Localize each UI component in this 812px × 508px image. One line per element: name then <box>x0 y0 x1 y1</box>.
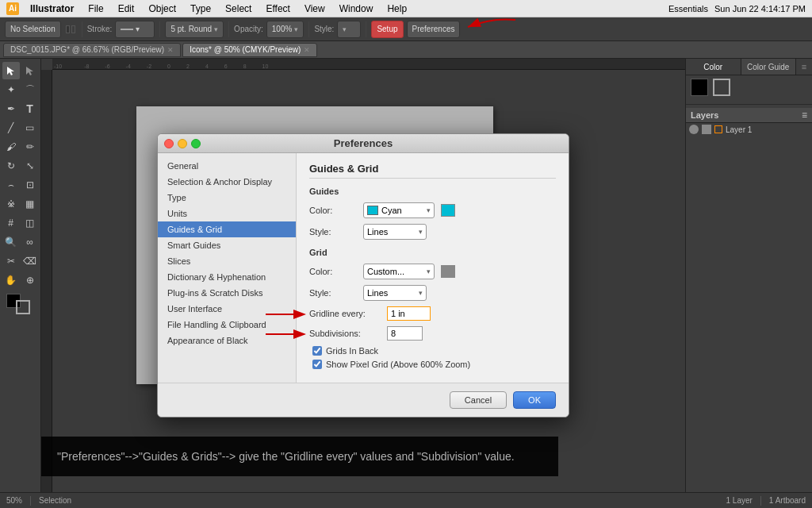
menu-type[interactable]: Type <box>184 2 217 16</box>
guides-style-select[interactable]: Lines ▾ <box>363 224 427 240</box>
menu-window[interactable]: Window <box>333 2 380 16</box>
show-pixel-grid-row: Show Pixel Grid (Above 600% Zoom) <box>309 360 556 369</box>
zoom-tool[interactable]: ⊕ <box>21 271 39 289</box>
dialog-title: Preferences <box>334 137 393 149</box>
subdivisions-input[interactable] <box>387 326 423 341</box>
eraser-tool[interactable]: ⌫ <box>21 252 39 270</box>
rotate-tool[interactable]: ↻ <box>2 157 20 175</box>
guides-color-swatch[interactable] <box>441 204 455 217</box>
workspace-name[interactable]: Essentials <box>668 4 708 13</box>
menu-file[interactable]: File <box>82 2 109 16</box>
grid-color-swatch[interactable] <box>441 265 455 278</box>
dialog-footer: Cancel OK <box>158 383 569 417</box>
color-guide-tab[interactable]: Color Guide <box>741 59 797 75</box>
pencil-tool[interactable]: ✏ <box>21 138 39 156</box>
stroke-selector[interactable]: ▾ <box>115 21 155 38</box>
prefs-item-guides-grid[interactable]: Guides & Grid <box>158 221 296 237</box>
gridline-input[interactable] <box>387 306 431 321</box>
prefs-item-smart-guides[interactable]: Smart Guides <box>158 237 296 253</box>
prefs-item-file-handling[interactable]: File Handling & Clipboard <box>158 317 296 333</box>
magic-wand-tool[interactable]: ✦ <box>2 81 20 98</box>
prefs-item-dictionary[interactable]: Dictionary & Hyphenation <box>158 269 296 285</box>
preferences-dialog: Preferences General Selection & Anchor D… <box>157 133 569 418</box>
layers-menu[interactable]: ≡ <box>802 110 807 121</box>
fill-color[interactable] <box>691 79 708 96</box>
tab-icons[interactable]: Icons* @ 50% (CMYK/Preview) ✕ <box>182 43 317 57</box>
tools-panel: ✦ ⌒ ✒ T ╱ ▭ 🖌 ✏ ↻ ⤡ ⌢ ⊡ ※ ▦ # ◫ <box>0 59 41 492</box>
pt-round-selector[interactable]: 5 pt. Round ▾ <box>165 21 224 38</box>
column-graph-tool[interactable]: ▦ <box>21 195 39 213</box>
warp-tool[interactable]: ⌢ <box>2 176 20 194</box>
type-tool[interactable]: T <box>21 100 39 117</box>
pen-tool[interactable]: ✒ <box>2 100 20 117</box>
opacity-selector[interactable]: 100% ▾ <box>266 21 304 38</box>
setup-button[interactable]: Setup <box>371 21 403 38</box>
grid-color-row: Color: Custom... ▾ <box>309 264 556 279</box>
menu-object[interactable]: Object <box>142 2 182 16</box>
symbol-tool[interactable]: ※ <box>2 195 20 213</box>
svg-marker-2 <box>26 67 33 75</box>
blend-tool[interactable]: ∞ <box>21 233 39 251</box>
line-tool[interactable]: ╱ <box>2 119 20 137</box>
scale-tool[interactable]: ⤡ <box>21 157 39 175</box>
preferences-sidebar: General Selection & Anchor Display Type … <box>158 153 297 383</box>
prefs-item-general[interactable]: General <box>158 158 296 174</box>
rect-tool[interactable]: ▭ <box>21 119 39 137</box>
minimize-button[interactable] <box>178 139 187 148</box>
hand-tool[interactable]: ✋ <box>2 271 20 289</box>
menu-edit[interactable]: Edit <box>112 2 141 16</box>
menu-effect[interactable]: Effect <box>259 2 296 16</box>
prefs-item-plugins[interactable]: Plug-ins & Scratch Disks <box>158 285 296 301</box>
grid-heading: Grid <box>309 248 556 257</box>
close-tab-dsc[interactable]: ✕ <box>167 46 174 54</box>
grid-color-select[interactable]: Custom... ▾ <box>363 264 435 279</box>
menubar-right: Essentials Sun Jun 22 4:14:17 PM <box>668 4 806 13</box>
scissors-tool[interactable]: ✂ <box>2 252 20 270</box>
prefs-item-slices[interactable]: Slices <box>158 253 296 269</box>
menu-view[interactable]: View <box>298 2 331 16</box>
status-bar: 50% Selection 1 Layer 1 Artboard <box>0 492 812 508</box>
close-tab-icons[interactable]: ✕ <box>304 46 310 54</box>
tab-dsc[interactable]: DSC_0015.JPG* @ 66.67% (RGB/Preview) ✕ <box>3 43 181 57</box>
lasso-tool[interactable]: ⌒ <box>21 81 39 98</box>
menu-select[interactable]: Select <box>219 2 258 16</box>
grids-in-back-checkbox[interactable] <box>312 346 322 356</box>
layer-color-indicator <box>714 125 722 133</box>
mesh-tool[interactable]: # <box>2 214 20 232</box>
layer-lock[interactable] <box>702 125 711 134</box>
panel-menu-icon[interactable]: ≡ <box>796 59 812 75</box>
free-transform-tool[interactable]: ⊡ <box>21 176 39 194</box>
prefs-item-units[interactable]: Units <box>158 206 296 221</box>
guides-style-row: Style: Lines ▾ <box>309 224 556 240</box>
main-toolbar: No Selection Stroke: ▾ 5 pt. Round ▾ Opa… <box>0 17 812 41</box>
traffic-lights <box>164 139 201 148</box>
prefs-item-appearance[interactable]: Appearance of Black <box>158 333 296 348</box>
grid-style-label: Style: <box>309 288 357 298</box>
stroke-color[interactable] <box>713 79 730 96</box>
prefs-item-user-interface[interactable]: User Interface <box>158 301 296 317</box>
stroke-swatch[interactable] <box>16 300 30 314</box>
eyedropper-tool[interactable]: 🔍 <box>2 233 20 251</box>
layer-visibility[interactable] <box>689 125 699 134</box>
ok-button[interactable]: OK <box>513 391 556 409</box>
prefs-item-selection[interactable]: Selection & Anchor Display <box>158 174 296 190</box>
menu-help[interactable]: Help <box>381 2 413 16</box>
gridline-row: Gridline every: <box>309 306 556 321</box>
menu-illustrator[interactable]: Illustrator <box>24 2 80 16</box>
preferences-button[interactable]: Preferences <box>407 21 461 38</box>
main-area: ✦ ⌒ ✒ T ╱ ▭ 🖌 ✏ ↻ ⤡ ⌢ ⊡ ※ ▦ # ◫ <box>0 59 812 492</box>
brush-tool[interactable]: 🖌 <box>2 138 20 156</box>
color-tab[interactable]: Color <box>686 59 741 75</box>
layer-row[interactable]: Layer 1 <box>686 123 812 136</box>
close-button[interactable] <box>164 139 174 148</box>
gradient-tool[interactable]: ◫ <box>21 214 39 232</box>
guides-color-select[interactable]: Cyan ▾ <box>363 202 435 218</box>
style-selector[interactable]: ▾ <box>337 21 361 38</box>
show-pixel-grid-checkbox[interactable] <box>312 360 322 369</box>
grid-style-select[interactable]: Lines ▾ <box>363 285 427 301</box>
maximize-button[interactable] <box>191 139 201 148</box>
cancel-button[interactable]: Cancel <box>450 391 507 409</box>
select-tool[interactable] <box>2 62 20 79</box>
direct-select-tool[interactable] <box>21 62 39 79</box>
prefs-item-type[interactable]: Type <box>158 190 296 206</box>
